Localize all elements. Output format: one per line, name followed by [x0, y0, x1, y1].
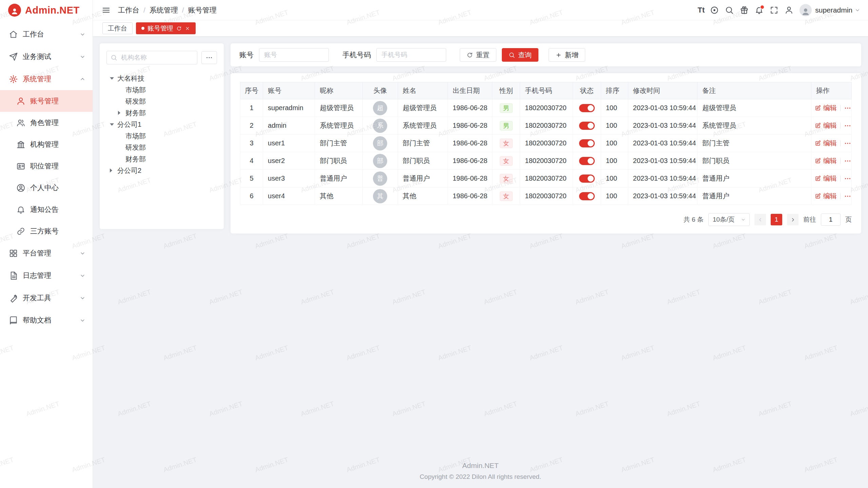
user-menu[interactable]: superadmin [800, 4, 861, 16]
status-toggle[interactable] [579, 175, 595, 183]
caret-down-icon[interactable] [110, 77, 117, 80]
tree-node[interactable]: 财务部 [106, 107, 217, 119]
cell-nickname: 超级管理员 [315, 99, 362, 117]
status-toggle[interactable] [579, 139, 595, 147]
caret-down-icon[interactable] [110, 123, 117, 126]
caret-right-icon[interactable] [118, 111, 125, 115]
sidebar-item-business-test[interactable]: 业务测试 [0, 45, 93, 68]
add-button[interactable]: 新增 [549, 48, 585, 62]
cell-sort: 100 [601, 170, 628, 187]
cell-index: 3 [240, 135, 263, 152]
tools-icon [9, 293, 18, 303]
sidebar-item-log-management[interactable]: 日志管理 [0, 264, 93, 287]
sidebar-item-notice-announcement[interactable]: 通知公告 [0, 199, 93, 220]
sidebar-item-workbench[interactable]: 工作台 [0, 23, 93, 45]
sidebar-item-help-docs[interactable]: 帮助文档 [0, 309, 93, 331]
more-actions-button[interactable] [844, 140, 851, 147]
text-size-icon[interactable]: Tt [696, 3, 707, 17]
app-title: Admin.NET [25, 5, 80, 16]
gift-icon[interactable] [737, 3, 751, 17]
avatar-person-icon [801, 7, 810, 16]
breadcrumb: 工作台/系统管理/账号管理 [118, 5, 217, 15]
cell-name: 其他 [398, 187, 448, 205]
search-icon[interactable] [722, 3, 736, 17]
status-toggle[interactable] [579, 192, 595, 200]
more-actions-button[interactable] [844, 122, 851, 129]
theme-icon[interactable] [707, 3, 722, 17]
search-icon [509, 52, 515, 58]
prev-page-button[interactable] [754, 214, 766, 225]
cell-phone: 18020030720 [520, 170, 573, 187]
more-actions-button[interactable] [844, 157, 851, 165]
sidebar-item-third-party-account[interactable]: 三方账号 [0, 220, 93, 242]
status-toggle[interactable] [579, 157, 595, 165]
account-info-icon[interactable] [782, 3, 796, 17]
phone-input[interactable] [376, 48, 446, 62]
breadcrumb-item[interactable]: 工作台 [118, 5, 139, 15]
sidebar-item-role-management[interactable]: 角色管理 [0, 112, 93, 134]
edit-button[interactable]: 编辑 [815, 156, 837, 165]
org-tree-card: 大名科技市场部研发部财务部分公司1市场部研发部财务部分公司2 [100, 43, 224, 229]
table-row: 6user4其他其其他1986-06-28女180200307201002023… [240, 187, 852, 205]
tree-more-button[interactable] [201, 51, 217, 64]
tree-node[interactable]: 研发部 [106, 142, 217, 153]
tree-node[interactable]: 财务部 [106, 153, 217, 165]
tree-node[interactable]: 分公司2 [106, 165, 217, 176]
tree-node[interactable]: 分公司1 [106, 119, 217, 130]
sidebar-item-personal-center[interactable]: 个人中心 [0, 177, 93, 199]
tab-工作台[interactable]: 工作台 [102, 22, 133, 34]
sidebar-item-position-management[interactable]: 职位管理 [0, 155, 93, 177]
edit-button[interactable]: 编辑 [815, 191, 837, 201]
action-divider [840, 193, 841, 199]
reset-button[interactable]: 重置 [460, 48, 496, 62]
caret-right-icon[interactable] [110, 168, 117, 172]
cell-avatar: 部 [362, 152, 398, 170]
account-input[interactable] [259, 48, 329, 62]
status-toggle[interactable] [579, 122, 595, 130]
close-icon[interactable] [185, 26, 190, 31]
more-actions-button[interactable] [844, 104, 851, 112]
breadcrumb-item[interactable]: 系统管理 [150, 5, 178, 15]
pagination: 共 6 条 10条/页 1 前往 页 [240, 213, 852, 226]
cell-gender: 男 [492, 99, 520, 117]
cell-remark: 普通用户 [697, 187, 811, 205]
edit-button[interactable]: 编辑 [815, 139, 837, 148]
sidebar-item-dev-tools[interactable]: 开发工具 [0, 287, 93, 309]
tree-node[interactable]: 大名科技 [106, 73, 217, 84]
cell-actions: 编辑 [811, 117, 851, 135]
cell-remark: 部门主管 [697, 135, 811, 152]
goto-page-input[interactable] [821, 214, 841, 226]
next-page-button[interactable] [787, 214, 798, 225]
tree-node[interactable]: 市场部 [106, 130, 217, 142]
chevron-down-icon [79, 272, 86, 279]
table-row: 4user2部门职员部部门职员1986-06-28女18020030720100… [240, 152, 852, 170]
edit-button[interactable]: 编辑 [815, 174, 837, 183]
refresh-icon[interactable] [176, 26, 182, 31]
org-search-input[interactable] [106, 51, 197, 64]
breadcrumb-item[interactable]: 账号管理 [188, 5, 217, 15]
more-actions-button[interactable] [844, 175, 851, 182]
tree-node[interactable]: 研发部 [106, 96, 217, 107]
column-header: 修改时间 [628, 82, 697, 99]
sidebar-item-account-management[interactable]: 账号管理 [0, 90, 93, 112]
cell-status [573, 117, 601, 135]
tree-search-row [106, 51, 217, 64]
cell-avatar: 超 [362, 99, 398, 117]
tree-node[interactable]: 市场部 [106, 84, 217, 96]
sidebar-item-system-management[interactable]: 系统管理 [0, 68, 93, 90]
edit-button[interactable]: 编辑 [815, 121, 837, 130]
search-button[interactable]: 查询 [502, 48, 538, 62]
chevron-up-icon [79, 76, 86, 82]
sidebar-menu: 工作台业务测试系统管理账号管理角色管理机构管理职位管理个人中心通知公告三方账号平… [0, 23, 93, 331]
hamburger-icon[interactable] [102, 6, 111, 15]
tab-账号管理[interactable]: 账号管理 [136, 22, 196, 34]
page-size-select[interactable]: 10条/页 [708, 213, 750, 226]
page-number-1[interactable]: 1 [771, 214, 782, 225]
more-actions-button[interactable] [844, 192, 851, 200]
sidebar-item-platform-management[interactable]: 平台管理 [0, 242, 93, 264]
edit-button[interactable]: 编辑 [815, 103, 837, 113]
sidebar-item-org-management[interactable]: 机构管理 [0, 134, 93, 155]
status-toggle[interactable] [579, 104, 595, 112]
fullscreen-icon[interactable] [767, 3, 781, 17]
notification-icon[interactable] [752, 3, 766, 17]
